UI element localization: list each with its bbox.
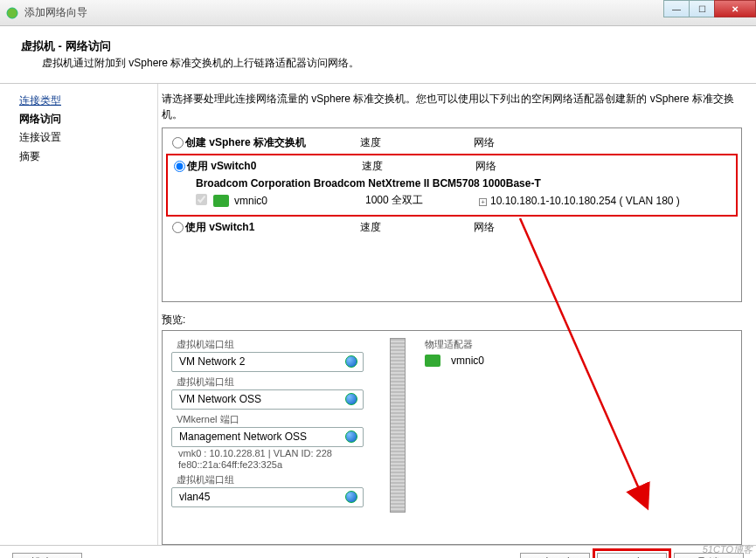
- nic-row: vmnic0 1000 全双工 +10.10.180.1-10.10.180.2…: [171, 191, 732, 210]
- option-vswitch1-label: 使用 vSwitch1: [185, 221, 254, 233]
- step-connection-type[interactable]: 连接类型: [19, 93, 157, 109]
- physical-adapter-heading: 物理适配器: [425, 338, 484, 351]
- page-subtitle: 虚拟机通过附加到 vSphere 标准交换机的上行链路适配器访问网络。: [42, 56, 735, 71]
- nic-icon: [213, 195, 229, 207]
- radio-create-vswitch[interactable]: [172, 137, 184, 148]
- radio-use-vswitch0[interactable]: [174, 161, 185, 172]
- portgroup-vm-network-oss: VM Network OSS: [171, 389, 364, 410]
- content-pane: 请选择要处理此连接网络流量的 vSphere 标准交换机。您也可以使用以下列出的…: [157, 84, 756, 545]
- portgroup-vlan45: vlan45: [171, 487, 364, 507]
- radio-use-vswitch1[interactable]: [172, 222, 184, 233]
- globe-icon: [345, 431, 357, 443]
- option-vswitch0-label: 使用 vSwitch0: [187, 160, 256, 172]
- window-title: 添加网络向导: [24, 5, 87, 20]
- nic-icon: [425, 355, 440, 367]
- mgmt-vmk-info: vmk0 : 10.10.228.81 | VLAN ID: 228: [178, 448, 364, 458]
- instruction-text: 请选择要处理此连接网络流量的 vSphere 标准交换机。您也可以使用以下列出的…: [162, 91, 742, 122]
- wizard-header: 虚拟机 - 网络访问 虚拟机通过附加到 vSphere 标准交换机的上行链路适配…: [0, 26, 756, 84]
- maximize-button[interactable]: ☐: [689, 0, 715, 17]
- expand-icon[interactable]: +: [479, 198, 487, 206]
- main-area: 连接类型 网络访问 连接设置 摘要 请选择要处理此连接网络流量的 vSphere…: [0, 84, 756, 545]
- back-button[interactable]: ≤上一步: [520, 553, 590, 559]
- portgroup-vm-network-2: VM Network 2: [171, 352, 364, 372]
- wizard-footer: 帮助(H) ≤上一步 下一步 ≥ 取消: [0, 545, 756, 558]
- step-summary: 摘要: [19, 148, 157, 165]
- switch-selection-box: 创建 vSphere 标准交换机 速度 网络 使用 vSwitch0 速度 网络…: [162, 127, 742, 302]
- physical-adapter-name: vmnic0: [451, 355, 484, 367]
- step-network-access: 网络访问: [19, 111, 157, 127]
- portgroup-heading-3: 虚拟机端口组: [177, 473, 364, 486]
- globe-icon: [345, 491, 357, 503]
- globe-icon: [345, 355, 357, 368]
- nic-checkbox: [196, 194, 207, 205]
- option-vswitch0-row[interactable]: 使用 vSwitch0 速度 网络: [171, 157, 732, 176]
- column-header-speed: 速度: [360, 135, 474, 150]
- vmkernel-heading: VMkernel 端口: [177, 413, 364, 426]
- portgroup-heading-1: 虚拟机端口组: [177, 338, 364, 351]
- vswitch-bus-graphic: [390, 338, 406, 513]
- close-button[interactable]: ✕: [714, 0, 756, 17]
- column-header-network-3: 网络: [474, 220, 734, 235]
- page-title: 虚拟机 - 网络访问: [21, 38, 735, 54]
- globe-icon: [345, 393, 357, 405]
- step-connection-settings: 连接设置: [19, 129, 157, 146]
- titlebar: 添加网络向导 — ☐ ✕: [0, 0, 756, 26]
- next-button[interactable]: 下一步 ≥: [597, 553, 667, 559]
- preview-left-column: 虚拟机端口组 VM Network 2 虚拟机端口组 VM Network OS…: [171, 338, 364, 511]
- adapter-description: Broadcom Corporation Broadcom NetXtreme …: [171, 176, 732, 191]
- mgmt-ipv6-info: fe80::21a:64ff:fe23:325a: [178, 459, 364, 470]
- selected-vswitch0-box: 使用 vSwitch0 速度 网络 Broadcom Corporation B…: [166, 154, 738, 217]
- watermark: 51CTO博客: [703, 543, 753, 556]
- option-create-vswitch-label: 创建 vSphere 标准交换机: [185, 136, 306, 148]
- nic-name: vmnic0: [234, 195, 365, 207]
- svg-rect-0: [7, 8, 17, 18]
- preview-right-column: 物理适配器 vmnic0: [399, 338, 484, 511]
- preview-label: 预览:: [162, 313, 742, 327]
- column-header-network: 网络: [474, 135, 734, 150]
- portgroup-management-network: Management Network OSS: [171, 427, 364, 447]
- portgroup-heading-2: 虚拟机端口组: [177, 375, 364, 389]
- nic-speed: 1000 全双工: [365, 193, 479, 208]
- nic-network: +10.10.180.1-10.10.180.254 ( VLAN 180 ): [479, 195, 732, 207]
- column-header-speed-3: 速度: [360, 220, 474, 235]
- physical-adapter-item: vmnic0: [425, 355, 484, 367]
- step-sidebar: 连接类型 网络访问 连接设置 摘要: [0, 84, 157, 545]
- help-button[interactable]: 帮助(H): [12, 553, 82, 559]
- minimize-button[interactable]: —: [663, 0, 690, 17]
- column-header-network-2: 网络: [475, 159, 732, 174]
- preview-box: 虚拟机端口组 VM Network 2 虚拟机端口组 VM Network OS…: [162, 330, 742, 545]
- window-buttons: — ☐ ✕: [664, 0, 756, 17]
- option-vswitch1-row[interactable]: 使用 vSwitch1 速度 网络: [170, 218, 734, 237]
- option-create-vswitch-row[interactable]: 创建 vSphere 标准交换机 速度 网络: [170, 134, 734, 152]
- column-header-speed-2: 速度: [362, 159, 475, 174]
- app-icon: [5, 6, 19, 20]
